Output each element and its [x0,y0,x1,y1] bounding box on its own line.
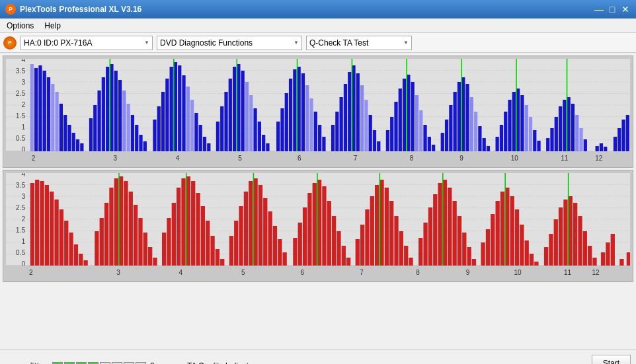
function-dropdown-arrow-icon: ▼ [294,40,299,46]
svg-rect-100 [403,79,406,151]
svg-rect-23 [51,84,54,151]
svg-rect-287 [619,259,623,266]
svg-rect-177 [40,181,44,266]
svg-rect-262 [486,229,490,266]
svg-rect-249 [418,238,422,266]
svg-rect-142 [600,143,603,151]
svg-rect-220 [263,198,267,266]
svg-text:2.5: 2.5 [16,90,26,97]
svg-rect-22 [47,77,50,151]
svg-rect-147 [626,115,629,151]
svg-text:1.5: 1.5 [16,112,26,120]
svg-rect-243 [385,188,389,266]
svg-rect-138 [575,115,578,151]
svg-rect-242 [379,180,383,266]
svg-rect-261 [481,242,485,266]
svg-rect-181 [60,209,63,266]
help-menu[interactable]: Help [40,20,65,31]
svg-rect-280 [578,216,582,266]
svg-rect-146 [621,120,625,151]
svg-rect-120 [496,137,499,151]
test-dropdown[interactable]: Q-Check TA Test ▼ [306,36,412,50]
svg-rect-69 [258,122,261,151]
svg-rect-117 [478,126,481,151]
svg-rect-105 [423,125,426,151]
svg-rect-247 [404,246,408,266]
svg-rect-21 [43,71,46,151]
svg-rect-246 [399,231,403,266]
svg-rect-237 [356,239,360,266]
svg-rect-218 [253,178,257,266]
svg-rect-266 [505,188,509,266]
svg-rect-96 [386,130,389,151]
svg-rect-50 [174,62,177,151]
svg-rect-99 [399,89,402,151]
svg-rect-86 [340,97,343,151]
close-button[interactable]: ✕ [620,4,631,15]
toolbar: P HA:0 ID:0 PX-716A ▼ DVD Diagnostic Fun… [0,33,636,53]
function-dropdown[interactable]: DVD Diagnostic Functions ▼ [157,36,302,50]
svg-rect-78 [301,73,305,151]
svg-rect-229 [313,183,317,266]
svg-rect-80 [309,98,313,151]
svg-rect-256 [452,201,456,266]
svg-rect-88 [348,72,351,151]
svg-rect-114 [465,84,469,151]
maximize-button[interactable]: □ [607,4,617,15]
svg-rect-68 [253,108,257,151]
options-menu[interactable]: Options [3,20,38,31]
svg-rect-75 [289,79,292,151]
svg-rect-135 [563,100,566,151]
svg-rect-233 [332,216,336,266]
svg-rect-283 [592,258,596,266]
svg-rect-201 [167,218,171,266]
ta-quality-label: TA Quality Indicator: [187,361,258,365]
svg-rect-65 [241,71,245,151]
svg-rect-67 [249,95,253,151]
svg-text:3.5: 3.5 [16,182,26,189]
svg-rect-144 [614,137,617,151]
device-dropdown[interactable]: HA:0 ID:0 PX-716A ▼ [20,36,153,50]
svg-rect-41 [131,115,134,151]
svg-rect-62 [229,79,232,151]
svg-rect-49 [170,67,173,151]
svg-rect-198 [148,247,152,266]
svg-rect-190 [109,188,113,266]
svg-rect-282 [588,246,592,266]
svg-rect-63 [233,67,236,151]
svg-rect-29 [76,139,79,151]
svg-rect-24 [55,92,58,151]
svg-rect-72 [276,122,280,151]
svg-rect-204 [181,178,185,266]
svg-rect-121 [500,125,503,151]
start-button[interactable]: Start [592,355,631,365]
svg-rect-108 [441,133,444,151]
svg-rect-267 [510,196,514,266]
svg-rect-195 [134,205,138,266]
svg-rect-178 [45,185,49,266]
svg-rect-33 [97,91,100,151]
svg-rect-44 [143,141,147,151]
svg-rect-214 [234,221,238,266]
svg-rect-209 [206,221,210,266]
jitter-row: Jitter: 3 [5,361,161,364]
minimize-button[interactable]: — [594,4,604,15]
svg-rect-224 [283,252,287,266]
svg-rect-240 [370,196,374,266]
main-content: 4 3.5 3 2.5 2 1.5 1 0.5 0 [0,53,636,349]
svg-rect-90 [356,73,360,151]
svg-text:0: 0 [22,260,26,266]
svg-text:1: 1 [22,238,26,245]
svg-rect-70 [262,135,265,151]
svg-rect-55 [194,113,198,151]
svg-rect-132 [550,128,553,151]
svg-rect-210 [210,236,214,266]
svg-rect-260 [472,259,476,266]
svg-rect-122 [504,112,507,151]
svg-rect-234 [337,231,340,266]
svg-rect-18 [30,64,34,151]
bottom-chart: 4 3.5 3 2.5 2 1.5 1 0.5 0 [3,170,633,282]
svg-rect-57 [203,137,206,151]
svg-rect-130 [537,141,540,151]
svg-rect-109 [445,120,448,151]
